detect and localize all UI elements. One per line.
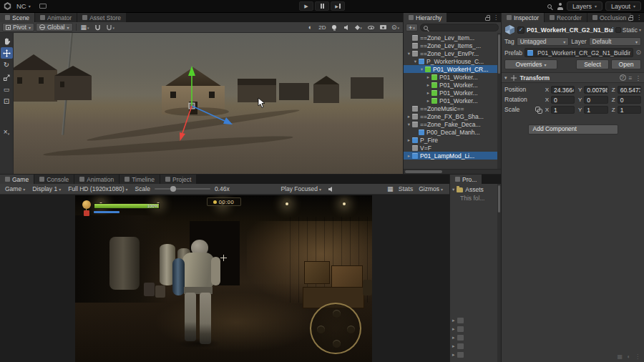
pause-button[interactable] (315, 1, 329, 11)
create-dropdown[interactable]: + (406, 24, 418, 31)
foldout-open-icon[interactable]: ▾ (452, 187, 454, 192)
play-focused-dropdown[interactable]: Play Focused (278, 185, 324, 192)
virtual-joystick[interactable] (310, 303, 361, 354)
draw-mode-dropdown[interactable]: ◐ (305, 23, 316, 31)
project-list-item[interactable]: ▸ (450, 333, 497, 342)
foldout-open-icon[interactable]: ▾ (412, 59, 419, 64)
uniform-scale-link-icon[interactable] (535, 107, 542, 113)
layer-dropdown[interactable]: Default (589, 37, 642, 46)
rotate-tool-button[interactable]: ↻ (1, 59, 13, 71)
hierarchy-item[interactable]: ▾==Zone_Fake_Deca... (404, 120, 501, 128)
axis-value-field[interactable]: 0.00798 (584, 86, 608, 94)
foldout-closed-icon[interactable]: ▸ (406, 114, 412, 119)
tab-timeline[interactable]: Timeline (119, 175, 160, 184)
step-button[interactable]: ▶ (331, 1, 345, 11)
tab-recorder[interactable]: Recorder (545, 13, 587, 22)
hierarchy-item[interactable]: ▾==Zone_Lev_EnvPr... (404, 49, 501, 57)
game-view-dropdown[interactable]: Game (2, 185, 28, 192)
scrollbar-thumb[interactable] (405, 170, 442, 173)
lock-icon[interactable] (628, 17, 633, 21)
axis-value-field[interactable]: 0 (584, 96, 608, 104)
hierarchy-item[interactable]: ▸P01_Worker... (404, 73, 501, 81)
hierarchy-item[interactable]: ▸P_Fire (404, 136, 501, 144)
axis-value-field[interactable]: 1 (618, 106, 641, 114)
view-tool-button[interactable] (1, 35, 13, 47)
axis-value-field[interactable]: 0 (618, 96, 641, 104)
axis-value-field[interactable]: 0 (551, 96, 575, 104)
project-list-item[interactable]: ▸ (450, 342, 497, 351)
foldout-closed-icon[interactable]: ▸ (425, 98, 431, 104)
foldout-closed-icon[interactable]: ▸ (425, 82, 431, 88)
vsync-toggle[interactable]: ▦ (385, 185, 396, 193)
play-button[interactable]: ▶ (299, 1, 313, 11)
axis-value-field[interactable]: 1 (584, 106, 608, 114)
prefab-field[interactable]: P01_WorkerH_CR_G2_N1_Building (525, 48, 633, 57)
add-component-button[interactable]: Add Component (528, 124, 618, 134)
scale-tool-button[interactable] (1, 72, 13, 83)
transform-tool-button[interactable]: ⊡ (1, 96, 13, 107)
foldout-closed-icon[interactable]: ▸ (452, 335, 455, 341)
tab-animator[interactable]: Animator (35, 13, 77, 22)
move-tool-button[interactable] (1, 47, 13, 59)
foldout-closed-icon[interactable]: ▸ (425, 74, 431, 80)
axis-value-field[interactable]: 60.5473 (618, 86, 641, 94)
foldout-open-icon[interactable]: ▾ (419, 67, 425, 72)
hierarchy-item[interactable]: ==Zone_Lev_Items_... (404, 41, 501, 49)
tab-hierarchy[interactable]: Hierarchy (404, 13, 447, 22)
foldout-open-icon[interactable]: ▾ (504, 75, 507, 81)
panel-menu-icon[interactable]: ⋮ (493, 14, 499, 21)
foldout-closed-icon[interactable]: ▸ (406, 153, 412, 159)
tab-project[interactable]: Project (160, 175, 197, 184)
game-render[interactable]: 00:00 100% (75, 195, 372, 362)
tab-inspector[interactable]: Inspector (502, 13, 545, 22)
hierarchy-item[interactable]: P00_Decal_Manh... (404, 128, 501, 136)
tag-dropdown[interactable]: Untagged (517, 37, 570, 46)
camera-settings-dropdown[interactable] (378, 23, 389, 31)
foldout-closed-icon[interactable]: ▸ (452, 326, 455, 332)
account-icon[interactable] (557, 3, 564, 10)
resolution-dropdown[interactable]: Full HD (1920x1080) (65, 185, 130, 192)
project-folder-assets[interactable]: ▾ Assets (450, 185, 501, 194)
hierarchy-item[interactable]: ▸==Zone_FX_BG_Sha... (404, 112, 501, 120)
audio-toggle[interactable] (341, 23, 352, 31)
lock-icon[interactable] (485, 17, 490, 21)
hierarchy-item[interactable]: ▸P01_Worker... (404, 89, 501, 97)
tab-occlusion[interactable]: Occlusion (587, 13, 632, 22)
tab-asset-store[interactable]: Asset Store (77, 13, 127, 22)
active-checkbox[interactable]: ✓ (517, 26, 525, 34)
rect-tool-button[interactable]: ▭ (1, 84, 13, 95)
scene-viewport[interactable]: ↻ ▭ ⊡ × (0, 33, 403, 174)
layers-dropdown[interactable]: Layers (567, 1, 602, 11)
hierarchy-item[interactable]: V=F (404, 144, 501, 152)
hierarchy-item[interactable]: ▸P01_LampMod_Li... (404, 152, 501, 160)
foldout-closed-icon[interactable]: ▸ (425, 90, 431, 96)
project-list-item[interactable]: ▸ (450, 316, 497, 325)
scene-visibility-toggle[interactable] (366, 23, 376, 31)
hierarchy-search-input[interactable] (420, 24, 499, 31)
scrollbar-thumb[interactable] (498, 185, 500, 212)
lighting-toggle[interactable] (329, 23, 340, 31)
tool-handle-position-dropdown[interactable]: Pivot (2, 23, 34, 31)
gameobject-name-field[interactable]: P01_WorkerH_CR_G2_N1_Building (527, 26, 613, 34)
axis-value-field[interactable]: 24.3664 (551, 86, 575, 94)
foldout-open-icon[interactable]: ▾ (406, 122, 412, 127)
custom-tool-button[interactable]: × (1, 127, 13, 138)
foldout-closed-icon[interactable]: ▸ (452, 352, 455, 358)
select-button[interactable]: Select (576, 59, 609, 69)
display-dropdown[interactable]: Display 1 (29, 185, 64, 192)
open-button[interactable]: Open (611, 59, 641, 69)
hierarchy-item[interactable]: ▾P_WorkerHouse_C... (404, 57, 501, 65)
transform-component-header[interactable]: ▾ Transform ? ≡ ⋮ (502, 72, 644, 83)
snap-toggle[interactable] (92, 23, 103, 31)
tab-console[interactable]: Console (34, 175, 74, 184)
help-icon[interactable]: ? (620, 74, 626, 81)
foldout-closed-icon[interactable]: ▸ (406, 137, 412, 143)
2d-toggle-button[interactable]: 2D (317, 23, 328, 31)
game-gizmos-dropdown[interactable]: Gizmos (416, 185, 446, 192)
scrollbar-thumb[interactable] (498, 34, 500, 74)
tab-game[interactable]: Game (0, 175, 34, 184)
slider-knob[interactable] (170, 186, 176, 192)
foldout-open-icon[interactable]: ▾ (406, 51, 412, 57)
hierarchy-item[interactable]: ==Zone_Lev_Item... (404, 34, 501, 41)
axis-value-field[interactable]: 1 (551, 106, 575, 114)
